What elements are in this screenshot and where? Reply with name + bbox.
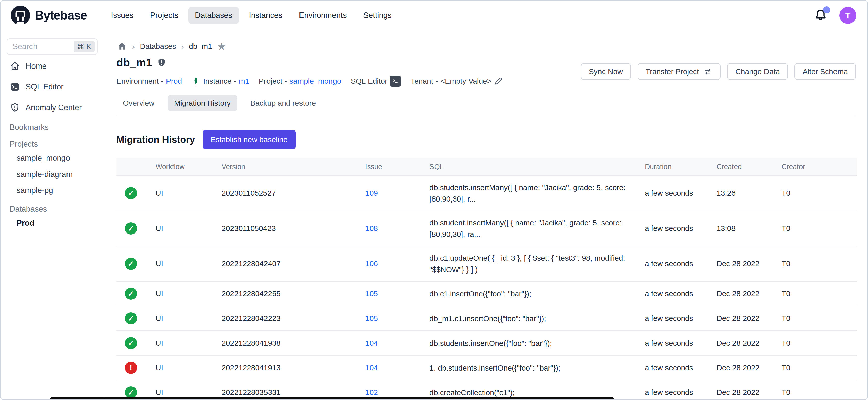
col-issue: Issue: [361, 158, 426, 176]
issue-link[interactable]: 105: [365, 289, 378, 298]
sidebar-project-sample-diagram[interactable]: sample-diagram: [6, 166, 98, 182]
sync-now-button[interactable]: Sync Now: [581, 63, 631, 80]
avatar[interactable]: T: [839, 7, 857, 24]
sidebar-item-home[interactable]: Home: [6, 57, 98, 75]
duration-cell: a few seconds: [641, 356, 713, 380]
establish-baseline-button[interactable]: Establish new baseline: [203, 130, 296, 149]
duration-cell: a few seconds: [641, 306, 713, 331]
table-row[interactable]: UI 20221228035331 102 db.createCollectio…: [116, 380, 857, 400]
migration-history-table: Workflow Version Issue SQL Duration Crea…: [116, 158, 857, 400]
issue-link[interactable]: 105: [365, 314, 378, 322]
created-cell: Dec 28 2022: [713, 281, 778, 306]
search-box[interactable]: ⌘ K: [6, 38, 98, 55]
meta-environment: Environment - Prod: [116, 77, 182, 85]
nav-issues[interactable]: Issues: [104, 7, 140, 24]
topbar-right: T: [814, 7, 857, 24]
issue-link[interactable]: 109: [365, 189, 378, 197]
change-data-button[interactable]: Change Data: [727, 63, 788, 80]
table-row[interactable]: UI 2023011050423 108 db.student.insertMa…: [116, 211, 857, 246]
table-row[interactable]: UI 20221228042407 106 db.c1.updateOne( {…: [116, 246, 857, 281]
sidebar-item-anomaly-center[interactable]: Anomaly Center: [6, 98, 98, 117]
sidebar-section-projects: Projects: [6, 135, 98, 150]
col-status: [116, 158, 152, 176]
nav-instances[interactable]: Instances: [242, 7, 289, 24]
sidebar: ⌘ K Home SQL Editor: [0, 30, 104, 400]
transfer-project-button[interactable]: Transfer Project: [638, 63, 721, 80]
tab-overview[interactable]: Overview: [116, 95, 161, 111]
instance-link[interactable]: m1: [239, 77, 249, 85]
breadcrumb: › Databases › db_m1 ★: [116, 38, 856, 53]
nav-databases[interactable]: Databases: [188, 7, 239, 24]
sidebar-item-label: Anomaly Center: [26, 103, 82, 112]
workflow-cell: UI: [152, 281, 218, 306]
table-row[interactable]: UI 20221228041913 104 1. db.students.ins…: [116, 356, 857, 380]
workflow-cell: UI: [152, 331, 218, 356]
sidebar-item-label: Home: [26, 62, 46, 71]
tab-backup-and-restore[interactable]: Backup and restore: [244, 95, 322, 111]
project-link[interactable]: sample_mongo: [289, 77, 341, 85]
alter-schema-button[interactable]: Alter Schema: [795, 63, 856, 80]
table-row[interactable]: UI 20221228042255 105 db.c1.insertOne({"…: [116, 281, 857, 306]
issue-link[interactable]: 104: [365, 364, 378, 372]
topbar: Bytebase Issues Projects Databases Insta…: [0, 0, 868, 30]
mongodb-leaf-icon: [191, 76, 200, 86]
tenant-label: Tenant -: [410, 77, 438, 85]
sql-cell: db.c1.updateOne( { _id: 3 }, [ { $set: {…: [426, 246, 641, 281]
sidebar-item-sql-editor[interactable]: SQL Editor: [6, 78, 98, 96]
sidebar-database-prod[interactable]: Prod: [6, 215, 98, 231]
nav-settings[interactable]: Settings: [357, 7, 398, 24]
sidebar-item-label: SQL Editor: [26, 82, 63, 91]
title-row: db_m1 Environment - Prod: [116, 56, 856, 87]
sidebar-project-sample-pg[interactable]: sample-pg: [6, 182, 98, 198]
migration-history-heading: Migration History: [116, 134, 195, 145]
workflow-cell: UI: [152, 356, 218, 380]
favorite-star-icon[interactable]: ★: [217, 41, 226, 51]
table-row[interactable]: UI 20221228042223 105 db_m1.c1.insertOne…: [116, 306, 857, 331]
issue-link[interactable]: 102: [365, 388, 378, 397]
meta-sql-editor: SQL Editor: [351, 75, 401, 87]
status-icon: [125, 387, 137, 399]
sql-editor-launch-icon[interactable]: [390, 75, 401, 87]
version-cell: 2023011052527: [218, 176, 361, 211]
bytebase-app-window: Bytebase Issues Projects Databases Insta…: [0, 0, 868, 400]
issue-link[interactable]: 106: [365, 259, 378, 268]
table-header-row: Workflow Version Issue SQL Duration Crea…: [116, 158, 857, 176]
meta-instance: Instance - m1: [191, 76, 249, 86]
status-icon: [125, 337, 137, 349]
nav-projects[interactable]: Projects: [144, 7, 185, 24]
sql-editor-label: SQL Editor: [351, 77, 388, 85]
sidebar-project-sample-mongo[interactable]: sample_mongo: [6, 150, 98, 166]
environment-link[interactable]: Prod: [166, 77, 182, 85]
creator-cell: T0: [778, 211, 857, 246]
breadcrumb-databases[interactable]: Databases: [140, 42, 176, 51]
pencil-edit-icon[interactable]: [494, 76, 503, 86]
col-duration: Duration: [641, 158, 713, 176]
notification-bell-icon[interactable]: [814, 8, 828, 23]
creator-cell: T0: [778, 281, 857, 306]
nav-environments[interactable]: Environments: [292, 7, 353, 24]
bottom-bar: [51, 398, 614, 400]
creator-cell: T0: [778, 306, 857, 331]
version-cell: 20221228042223: [218, 306, 361, 331]
detail-tabs: Overview Migration History Backup and re…: [116, 95, 856, 115]
issue-link[interactable]: 108: [365, 224, 378, 233]
version-cell: 20221228041913: [218, 356, 361, 380]
sync-now-label: Sync Now: [589, 67, 623, 76]
terminal-icon: [9, 82, 20, 92]
transfer-arrows-icon: [703, 67, 713, 76]
tab-migration-history[interactable]: Migration History: [167, 95, 237, 111]
table-row[interactable]: UI 2023011052527 109 db.students.insertM…: [116, 176, 857, 211]
status-icon: [125, 288, 137, 300]
creator-cell: T0: [778, 331, 857, 356]
table-row[interactable]: UI 20221228041938 104 db.students.insert…: [116, 331, 857, 356]
created-cell: Dec 28 2022: [713, 306, 778, 331]
home-icon: [9, 61, 20, 71]
home-breadcrumb-icon[interactable]: [117, 41, 127, 51]
search-input[interactable]: [12, 42, 63, 51]
version-cell: 20221228042407: [218, 246, 361, 281]
bytebase-logo[interactable]: Bytebase: [9, 4, 87, 26]
workflow-cell: UI: [152, 246, 218, 281]
issue-link[interactable]: 104: [365, 339, 378, 347]
created-cell: Dec 28 2022: [713, 356, 778, 380]
search-shortcut-badge: ⌘ K: [73, 41, 95, 52]
